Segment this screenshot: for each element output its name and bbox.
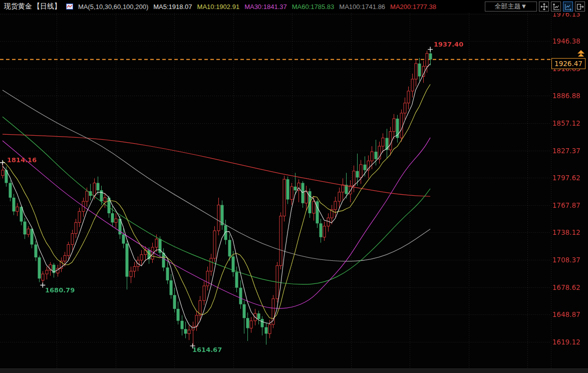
axis-price-label: 1797.62 xyxy=(552,174,580,182)
ma100-value: MA100:1741.86 xyxy=(339,3,385,11)
header-toolbar: 全部主题▼ xyxy=(485,2,585,12)
chart-h-scrollbar[interactable] xyxy=(0,368,588,373)
marked-low-label-1680: 1680.79 xyxy=(45,286,75,294)
axis-scale-left-icon[interactable] xyxy=(551,2,561,12)
exit-icon[interactable] xyxy=(575,2,585,12)
pan-icon[interactable] xyxy=(539,2,549,12)
instrument-title: 现货黄金 xyxy=(4,2,32,11)
ma200-value: MA200:1777.38 xyxy=(390,3,436,11)
axis-scale-right-icon[interactable] xyxy=(563,2,573,12)
current-price-tag: 1926.47 xyxy=(551,58,585,69)
marked-high-label-1814: 1814.16 xyxy=(7,156,37,164)
marked-high-label-1937: 1937.40 xyxy=(434,41,463,48)
axis-price-label: 1619.12 xyxy=(552,338,580,346)
axis-price-label: 1738.12 xyxy=(552,228,580,236)
header: 现货黄金 【日线】 MA(5,10,30,60,100,200) MA5:191… xyxy=(0,0,588,13)
axis-price-label: 1946.38 xyxy=(552,37,580,45)
marked-low-label-1614: 1614.67 xyxy=(192,346,222,353)
ma60-value: MA60:1785.83 xyxy=(292,3,335,11)
ma10-value: MA10:1902.91 xyxy=(197,3,240,11)
axis-price-label: 1767.87 xyxy=(552,201,580,209)
ma5-value: MA5:1918.07 xyxy=(153,3,192,11)
axis-price-label: 1886.88 xyxy=(552,92,580,100)
axis-price-label: 1708.37 xyxy=(552,256,580,264)
candlestick-chart-canvas[interactable] xyxy=(0,0,588,373)
chart-icon xyxy=(66,4,73,10)
theme-dropdown[interactable]: 全部主题▼ xyxy=(485,2,537,12)
axis-price-label: 1857.12 xyxy=(552,119,580,127)
axis-price-label: 1827.37 xyxy=(552,147,580,155)
axis-price-label: 1678.62 xyxy=(552,283,580,291)
ma30-value: MA30:1841.37 xyxy=(244,3,287,11)
ma-params-label: MA(5,10,30,60,100,200) xyxy=(78,3,148,11)
price-up-arrow-icon xyxy=(576,50,585,58)
period-label: 【日线】 xyxy=(33,2,61,11)
axis-price-label: 1648.87 xyxy=(552,310,580,318)
